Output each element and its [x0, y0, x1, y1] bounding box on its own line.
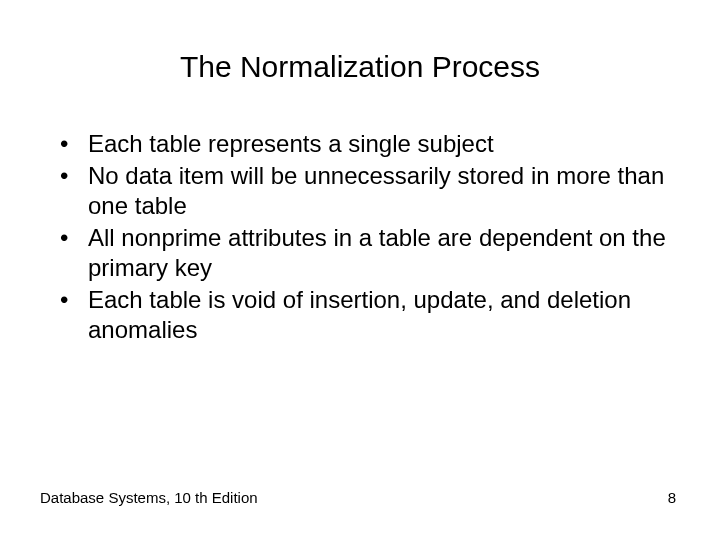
- footer-left: Database Systems, 10 th Edition: [40, 489, 258, 506]
- bullet-list: Each table represents a single subject N…: [40, 129, 680, 345]
- footer: Database Systems, 10 th Edition 8: [40, 489, 680, 510]
- content-area: Each table represents a single subject N…: [40, 129, 680, 489]
- list-item: Each table is void of insertion, update,…: [60, 285, 680, 345]
- page-title: The Normalization Process: [40, 50, 680, 84]
- list-item: No data item will be unnecessarily store…: [60, 161, 680, 221]
- slide: The Normalization Process Each table rep…: [0, 0, 720, 540]
- page-number: 8: [668, 489, 676, 506]
- list-item: Each table represents a single subject: [60, 129, 680, 159]
- list-item: All nonprime attributes in a table are d…: [60, 223, 680, 283]
